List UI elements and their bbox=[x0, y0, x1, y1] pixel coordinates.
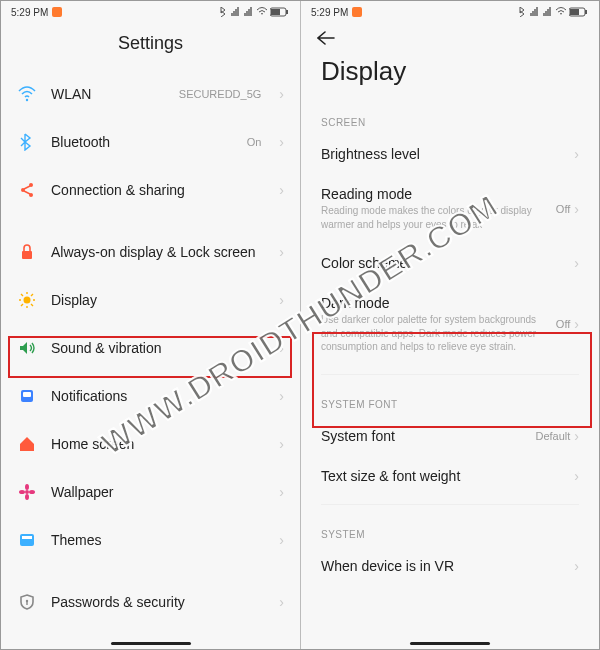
wifi-status-icon bbox=[556, 7, 566, 17]
display-item-vr[interactable]: When device is in VR› bbox=[301, 546, 599, 586]
settings-item-wlan[interactable]: WLANSECUREDD_5G› bbox=[1, 70, 300, 118]
chevron-right-icon: › bbox=[279, 436, 284, 452]
settings-item-wallpaper[interactable]: Wallpaper› bbox=[1, 468, 300, 516]
display-item-title: Color scheme bbox=[321, 255, 574, 271]
display-list[interactable]: SCREENBrightness level›Reading modeReadi… bbox=[301, 101, 599, 649]
bt-icon bbox=[17, 132, 37, 152]
clock: 5:29 PM bbox=[311, 7, 348, 18]
chevron-right-icon: › bbox=[279, 532, 284, 548]
status-icons bbox=[517, 7, 589, 17]
settings-pane: 5:29 PM Settings WLANSECUREDD_5G›Bluetoo… bbox=[1, 1, 300, 649]
settings-item-home[interactable]: Home screen› bbox=[1, 420, 300, 468]
wifi-status-icon bbox=[257, 7, 267, 17]
page-title: Display bbox=[321, 56, 579, 87]
svg-rect-17 bbox=[22, 536, 32, 539]
chevron-right-icon: › bbox=[574, 558, 579, 574]
settings-item-label: Connection & sharing bbox=[51, 181, 265, 199]
svg-point-8 bbox=[24, 297, 31, 304]
chevron-right-icon: › bbox=[279, 244, 284, 260]
settings-item-display[interactable]: Display› bbox=[1, 276, 300, 324]
bluetooth-status-icon bbox=[517, 7, 527, 17]
display-item-desc: Use darker color palette for system back… bbox=[321, 313, 556, 354]
settings-item-aod[interactable]: Always-on display & Lock screen› bbox=[1, 228, 300, 276]
chevron-right-icon: › bbox=[279, 340, 284, 356]
settings-item-label: Notifications bbox=[51, 387, 265, 405]
clock: 5:29 PM bbox=[11, 7, 48, 18]
settings-item-label: Display bbox=[51, 291, 265, 309]
display-item-reading[interactable]: Reading modeReading mode makes the color… bbox=[301, 174, 599, 243]
signal-icon bbox=[231, 7, 241, 17]
svg-point-3 bbox=[26, 99, 28, 101]
svg-point-18 bbox=[26, 600, 28, 602]
chevron-right-icon: › bbox=[574, 201, 579, 217]
signal-icon-2 bbox=[543, 7, 553, 17]
settings-item-label: Sound & vibration bbox=[51, 339, 265, 357]
chevron-right-icon: › bbox=[574, 468, 579, 484]
back-button[interactable] bbox=[317, 29, 335, 49]
chevron-right-icon: › bbox=[279, 182, 284, 198]
settings-item-label: WLAN bbox=[51, 85, 165, 103]
svg-rect-10 bbox=[23, 392, 31, 397]
svg-rect-20 bbox=[585, 10, 587, 14]
status-bar: 5:29 PM bbox=[301, 1, 599, 23]
page-title-row: Display bbox=[301, 50, 599, 101]
display-item-title: Reading mode bbox=[321, 186, 556, 202]
svg-point-12 bbox=[25, 484, 29, 490]
display-pane: 5:29 PM Display SCREENBrightness level›R… bbox=[300, 1, 599, 649]
display-item-title: When device is in VR bbox=[321, 558, 574, 574]
settings-item-themes[interactable]: Themes› bbox=[1, 516, 300, 564]
recording-indicator-icon bbox=[352, 7, 362, 17]
settings-item-sound[interactable]: Sound & vibration› bbox=[1, 324, 300, 372]
display-item-colorscheme[interactable]: Color scheme› bbox=[301, 243, 599, 283]
signal-icon bbox=[530, 7, 540, 17]
section-header: SYSTEM FONT bbox=[301, 383, 599, 416]
display-item-brightness[interactable]: Brightness level› bbox=[301, 134, 599, 174]
settings-item-connshare[interactable]: Connection & sharing› bbox=[1, 166, 300, 214]
settings-item-bluetooth[interactable]: BluetoothOn› bbox=[1, 118, 300, 166]
chevron-right-icon: › bbox=[279, 594, 284, 610]
display-item-title: Dark mode bbox=[321, 295, 556, 311]
section-header: SCREEN bbox=[301, 101, 599, 134]
battery-icon bbox=[270, 7, 290, 17]
display-item-title: System font bbox=[321, 428, 535, 444]
settings-item-notif[interactable]: Notifications› bbox=[1, 372, 300, 420]
display-item-desc: Reading mode makes the colors of your di… bbox=[321, 204, 556, 231]
settings-item-passwords[interactable]: Passwords & security› bbox=[1, 578, 300, 626]
status-bar: 5:29 PM bbox=[1, 1, 300, 23]
theme-icon bbox=[17, 530, 37, 550]
wifi-icon bbox=[17, 84, 37, 104]
svg-point-15 bbox=[29, 490, 35, 494]
chevron-right-icon: › bbox=[574, 146, 579, 162]
recording-indicator-icon bbox=[52, 7, 62, 17]
display-item-darkmode[interactable]: Dark modeUse darker color palette for sy… bbox=[301, 283, 599, 366]
svg-rect-7 bbox=[22, 251, 32, 259]
settings-item-label: Passwords & security bbox=[51, 593, 265, 611]
display-item-value: Off bbox=[556, 203, 570, 215]
display-item-textsize[interactable]: Text size & font weight› bbox=[301, 456, 599, 496]
page-title-row: Settings bbox=[1, 23, 300, 70]
divider bbox=[321, 504, 579, 505]
settings-item-value: On bbox=[247, 136, 262, 148]
home-icon bbox=[17, 434, 37, 454]
svg-rect-16 bbox=[20, 534, 34, 546]
chevron-right-icon: › bbox=[279, 86, 284, 102]
chevron-right-icon: › bbox=[574, 316, 579, 332]
chevron-right-icon: › bbox=[574, 428, 579, 444]
vol-icon bbox=[17, 338, 37, 358]
svg-rect-21 bbox=[570, 9, 579, 15]
nav-bar-indicator bbox=[410, 642, 490, 645]
chevron-right-icon: › bbox=[279, 484, 284, 500]
status-icons bbox=[218, 7, 290, 17]
settings-list[interactable]: WLANSECUREDD_5G›BluetoothOn›Connection &… bbox=[1, 70, 300, 649]
battery-icon bbox=[569, 7, 589, 17]
display-item-title: Brightness level bbox=[321, 146, 574, 162]
settings-item-label: Bluetooth bbox=[51, 133, 233, 151]
chevron-right-icon: › bbox=[574, 255, 579, 271]
shield-icon bbox=[17, 592, 37, 612]
display-item-sysfont[interactable]: System fontDefault› bbox=[301, 416, 599, 456]
svg-point-14 bbox=[19, 490, 25, 494]
nav-bar-indicator bbox=[111, 642, 191, 645]
chevron-right-icon: › bbox=[279, 388, 284, 404]
settings-item-label: Wallpaper bbox=[51, 483, 265, 501]
svg-rect-1 bbox=[286, 10, 288, 14]
